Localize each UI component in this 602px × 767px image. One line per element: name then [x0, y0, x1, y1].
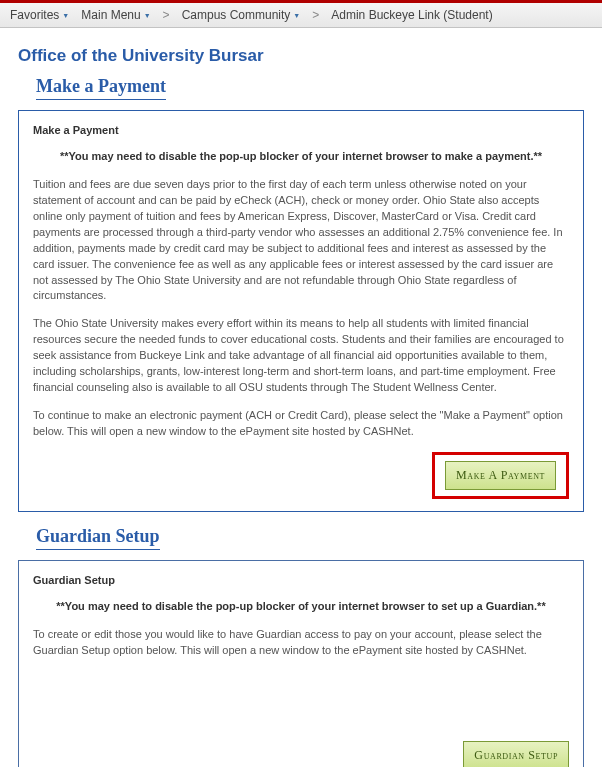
breadcrumb-label: Admin Buckeye Link (Student)	[331, 8, 492, 22]
panel-title: Make a Payment	[33, 123, 569, 139]
breadcrumb-label: Favorites	[10, 8, 59, 22]
popup-blocker-note: **You may need to disable the pop-up blo…	[33, 599, 569, 615]
guardian-setup-panel: Guardian Setup **You may need to disable…	[18, 560, 584, 767]
panel-title: Guardian Setup	[33, 573, 569, 589]
chevron-down-icon: ▼	[293, 12, 300, 19]
breadcrumb-admin-buckeye[interactable]: Admin Buckeye Link (Student)	[327, 6, 496, 24]
breadcrumb-label: Main Menu	[81, 8, 140, 22]
breadcrumb-separator: >	[308, 8, 323, 22]
breadcrumb-separator: >	[159, 8, 174, 22]
breadcrumb-campus-community[interactable]: Campus Community ▼	[178, 6, 305, 24]
annotation-highlight: Make A Payment	[432, 452, 569, 499]
breadcrumb-label: Campus Community	[182, 8, 291, 22]
make-payment-text-3: To continue to make an electronic paymen…	[33, 408, 569, 440]
section-heading-make-payment: Make a Payment	[36, 76, 166, 100]
make-payment-panel: Make a Payment **You may need to disable…	[18, 110, 584, 512]
chevron-down-icon: ▼	[144, 12, 151, 19]
page-title: Office of the University Bursar	[18, 46, 584, 66]
popup-blocker-note: **You may need to disable the pop-up blo…	[33, 149, 569, 165]
make-payment-button[interactable]: Make A Payment	[445, 461, 556, 490]
page-content: Office of the University Bursar Make a P…	[0, 28, 602, 767]
guardian-setup-button[interactable]: Guardian Setup	[463, 741, 569, 767]
make-payment-button-area: Make A Payment	[33, 452, 569, 499]
make-payment-text-1: Tuition and fees are due seven days prio…	[33, 177, 569, 305]
guardian-text-1: To create or edit those you would like t…	[33, 627, 569, 659]
guardian-button-area: Guardian Setup	[33, 741, 569, 767]
breadcrumb-main-menu[interactable]: Main Menu ▼	[77, 6, 154, 24]
chevron-down-icon: ▼	[62, 12, 69, 19]
make-payment-text-2: The Ohio State University makes every ef…	[33, 316, 569, 396]
section-heading-guardian-setup: Guardian Setup	[36, 526, 160, 550]
breadcrumb-bar: Favorites ▼ Main Menu ▼ > Campus Communi…	[0, 0, 602, 28]
breadcrumb-favorites[interactable]: Favorites ▼	[6, 6, 73, 24]
